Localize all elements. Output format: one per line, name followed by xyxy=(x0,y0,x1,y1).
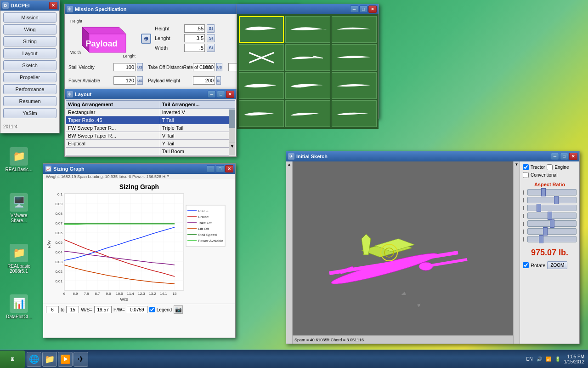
dacpei-mission-btn[interactable]: Mission xyxy=(3,12,57,23)
taskbar-folder[interactable]: 📁 xyxy=(42,352,57,367)
tractor-checkbox[interactable] xyxy=(523,164,529,170)
layout-row-1[interactable]: Taper Ratio .45 T Tail xyxy=(66,116,235,124)
desktop-icon-realbasic2[interactable]: 📁 REALbasic 2008r5.1 xyxy=(3,244,35,274)
layout-max[interactable]: □ xyxy=(217,91,225,98)
taskbar-app4[interactable]: ✈ xyxy=(74,352,88,367)
airfoil-cell-9[interactable] xyxy=(332,72,377,99)
dacpei-wing-btn[interactable]: Wing xyxy=(3,24,57,34)
dacpei-yasim-btn[interactable]: YaSim xyxy=(3,108,57,118)
dacpei-sketch-btn[interactable]: Sketch xyxy=(3,60,57,70)
layout-close[interactable]: ✕ xyxy=(226,91,234,98)
slider-4[interactable] xyxy=(527,213,577,219)
center-controls: ⊕ xyxy=(141,34,151,44)
sizing-min[interactable]: ─ xyxy=(207,165,215,172)
dacpei-sizing-btn[interactable]: Sizing xyxy=(3,36,57,46)
airfoil-cell-5[interactable] xyxy=(285,44,330,71)
slider-6-row: | xyxy=(523,228,577,235)
sizing-close[interactable]: ✕ xyxy=(225,165,233,172)
sizing-max[interactable]: □ xyxy=(216,165,224,172)
zoom-button[interactable]: ZOOM xyxy=(547,261,567,269)
airfoil-cell-2[interactable] xyxy=(285,16,330,43)
airfoil-cell-7[interactable] xyxy=(239,72,284,99)
width-unit-btn[interactable]: SI xyxy=(207,44,215,52)
slider-2[interactable] xyxy=(527,197,577,203)
desktop-icon-realbasic1[interactable]: 📁 REALBasic... xyxy=(3,147,35,172)
width-input[interactable] xyxy=(184,44,205,52)
taskbar-clock[interactable]: 1:05 PM 1/15/2012 xyxy=(564,354,585,364)
layout-row-3[interactable]: BW Sweep Taper R... V Tail xyxy=(66,132,235,140)
airfoil-cell-1[interactable] xyxy=(239,16,284,43)
length-unit-btn[interactable]: SI xyxy=(207,34,215,42)
range-to-input[interactable] xyxy=(66,306,79,313)
airfoil-min[interactable]: ─ xyxy=(350,6,358,13)
slider-6[interactable] xyxy=(527,228,577,235)
dacpei-performance-btn[interactable]: Performance xyxy=(3,84,57,94)
dacpei-close[interactable]: ✕ xyxy=(49,2,57,9)
airfoil-cell-10[interactable] xyxy=(239,100,284,127)
scrollbar-thumb[interactable] xyxy=(229,109,235,128)
dacpei-resumen-btn[interactable]: Resumen xyxy=(3,96,57,106)
svg-text:0.03: 0.03 xyxy=(55,260,62,264)
stall-vel-input[interactable] xyxy=(113,63,136,71)
range-from-input[interactable] xyxy=(46,306,59,313)
svg-text:11.4: 11.4 xyxy=(127,292,134,296)
scroll-up-btn[interactable]: ▲ xyxy=(287,161,292,167)
legend-checkbox[interactable] xyxy=(149,307,155,312)
conventional-checkbox[interactable] xyxy=(523,172,529,178)
payload-unit[interactable]: SI xyxy=(216,76,221,85)
airfoil-cell-4[interactable] xyxy=(239,44,284,71)
slider-3[interactable] xyxy=(527,205,577,211)
airfoil-cell-12[interactable] xyxy=(332,100,377,127)
length-input[interactable] xyxy=(184,34,205,42)
graph-icon-btn[interactable]: 📷 xyxy=(174,305,183,314)
dacpei-propeller-btn[interactable]: Propeller xyxy=(3,72,57,82)
slider-7[interactable] xyxy=(527,236,577,242)
layout-scrollbar[interactable]: ▼ xyxy=(229,109,235,155)
slider-5[interactable] xyxy=(527,220,577,227)
weight-display: 975.07 lb. xyxy=(523,248,577,258)
sketch-scroll-right[interactable]: ▼ xyxy=(513,161,520,344)
realbasic1-icon: 📁 xyxy=(10,147,28,166)
stall-vel-unit[interactable]: US xyxy=(137,63,143,71)
sketch-min[interactable]: ─ xyxy=(551,153,559,160)
rotate-checkbox[interactable] xyxy=(523,262,529,268)
airfoil-max[interactable]: □ xyxy=(359,6,368,13)
layout-min[interactable]: ─ xyxy=(208,91,216,98)
svg-text:Lift Off: Lift Off xyxy=(198,227,209,231)
power-input[interactable] xyxy=(113,76,136,85)
airfoil-cell-6[interactable] xyxy=(332,44,377,71)
payload-weight-input[interactable] xyxy=(193,76,215,85)
layout-row-2[interactable]: FW Sweep Taper R... Triple Tail xyxy=(66,124,235,132)
slider-1[interactable] xyxy=(527,189,577,196)
dacpei-layout-btn[interactable]: Layout xyxy=(3,48,57,58)
airfoil-cell-3[interactable] xyxy=(332,16,377,43)
desktop-icon-dataplot[interactable]: 📊 DataPlotCl... xyxy=(3,294,35,319)
taskbar-ie[interactable]: 🌐 xyxy=(27,352,41,367)
scroll-down-btn[interactable]: ▼ xyxy=(229,143,235,149)
scroll-down-r-btn[interactable]: ▼ xyxy=(514,161,520,167)
center-action-btn[interactable]: ⊕ xyxy=(141,34,151,44)
airfoil-close[interactable]: ✕ xyxy=(368,6,377,13)
height-input[interactable] xyxy=(184,24,205,33)
svg-text:0.02: 0.02 xyxy=(55,270,62,274)
sketch-max[interactable]: □ xyxy=(560,153,568,160)
sketch-close[interactable]: ✕ xyxy=(569,153,577,160)
airfoil-cell-8[interactable] xyxy=(285,72,330,99)
power-unit[interactable]: US xyxy=(137,76,143,85)
airfoil-cell-11[interactable] xyxy=(285,100,330,127)
layout-row-0[interactable]: Rectangular Inverted V xyxy=(66,109,235,116)
taskbar-media[interactable]: ▶️ xyxy=(58,352,73,367)
height-unit-btn[interactable]: SI xyxy=(207,24,215,33)
start-button[interactable]: ⊞ xyxy=(0,351,25,368)
svg-marker-0 xyxy=(82,27,126,34)
layout-row-4[interactable]: Eliptical Y Tail xyxy=(66,140,235,148)
sizing-graph-container: Sizing Graph xyxy=(43,179,235,304)
height-label: Height xyxy=(155,26,182,31)
start-orb: ⊞ xyxy=(11,356,14,362)
desktop-icon-vmware[interactable]: 🖥️ VMware Share... xyxy=(3,193,35,223)
ws-value-input[interactable] xyxy=(94,306,112,313)
layout-row-5[interactable]: Tail Boom xyxy=(66,148,235,155)
engine-checkbox[interactable] xyxy=(547,164,553,170)
sketch-scroll-left[interactable]: ▲ xyxy=(286,161,293,344)
pw-value-input[interactable] xyxy=(127,306,147,313)
